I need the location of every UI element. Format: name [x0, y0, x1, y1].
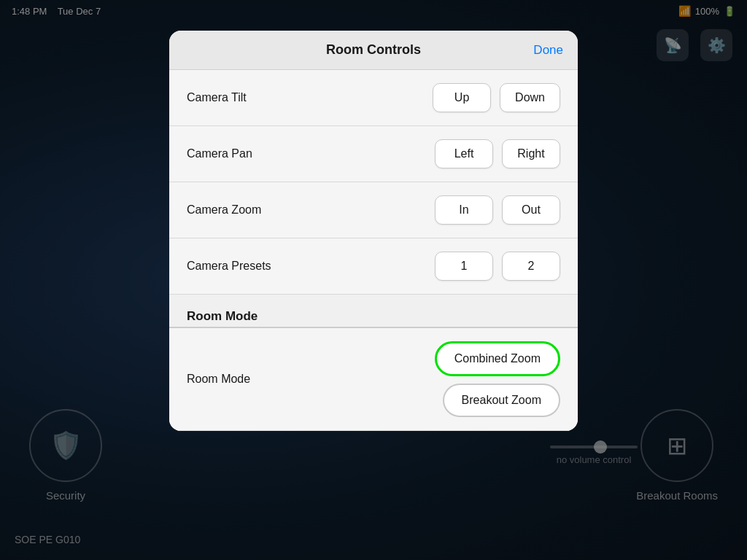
room-mode-buttons: Combined Zoom Breakout Zoom — [435, 341, 560, 417]
camera-tilt-label: Camera Tilt — [187, 91, 433, 104]
camera-zoom-buttons: In Out — [435, 195, 560, 225]
room-controls-modal: Room Controls Done Camera Tilt Up Down C… — [169, 31, 578, 431]
modal-title: Room Controls — [326, 42, 421, 58]
camera-preset-2-button[interactable]: 2 — [502, 252, 560, 281]
breakout-zoom-button[interactable]: Breakout Zoom — [443, 384, 560, 417]
camera-presets-label: Camera Presets — [187, 260, 435, 273]
camera-tilt-up-button[interactable]: Up — [433, 83, 491, 112]
camera-pan-right-button[interactable]: Right — [502, 139, 560, 168]
camera-zoom-label: Camera Zoom — [187, 203, 435, 217]
camera-zoom-row: Camera Zoom In Out — [169, 182, 578, 238]
camera-tilt-buttons: Up Down — [433, 83, 560, 112]
camera-preset-1-button[interactable]: 1 — [435, 252, 493, 281]
camera-presets-row: Camera Presets 1 2 — [169, 238, 578, 295]
room-mode-row: Room Mode Combined Zoom Breakout Zoom — [169, 328, 578, 431]
camera-zoom-in-button[interactable]: In — [435, 195, 493, 225]
camera-pan-label: Camera Pan — [187, 147, 435, 160]
done-button[interactable]: Done — [533, 43, 563, 58]
camera-pan-left-button[interactable]: Left — [435, 139, 493, 168]
combined-zoom-button[interactable]: Combined Zoom — [435, 341, 560, 376]
camera-pan-row: Camera Pan Left Right — [169, 126, 578, 182]
room-mode-section-label: Room Mode — [187, 309, 258, 323]
modal-header: Room Controls Done — [169, 31, 578, 70]
camera-presets-buttons: 1 2 — [435, 252, 560, 281]
camera-tilt-row: Camera Tilt Up Down — [169, 70, 578, 126]
camera-zoom-out-button[interactable]: Out — [502, 195, 560, 225]
camera-pan-buttons: Left Right — [435, 139, 560, 168]
modal-body: Camera Tilt Up Down Camera Pan Left Righ… — [169, 70, 578, 431]
room-mode-label: Room Mode — [187, 373, 435, 386]
camera-tilt-down-button[interactable]: Down — [500, 83, 560, 112]
room-mode-section: Room Mode — [169, 295, 578, 327]
